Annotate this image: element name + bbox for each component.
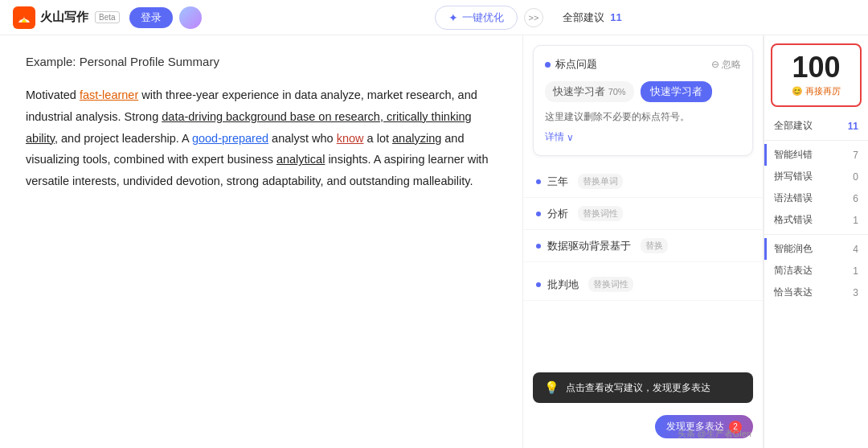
logo-text: 火山写作 xyxy=(40,10,88,25)
suggestion-item-1[interactable]: 分析 替换词性 xyxy=(523,198,763,230)
right-item-all[interactable]: 全部建议 11 xyxy=(764,115,868,137)
word-good-prepared[interactable]: good-prepared xyxy=(192,132,268,145)
word-options: 快速学习者 70% 快速学习者 xyxy=(545,81,741,102)
score-number: 100 xyxy=(779,53,854,82)
simple-dot xyxy=(536,179,541,184)
main-layout: Example: Personal Profile Summary Motiva… xyxy=(0,35,868,448)
word-analytical[interactable]: analytical xyxy=(276,153,325,166)
right-divider xyxy=(764,140,868,141)
suggestions-panel: 标点问题 ⊖ 忽略 快速学习者 70% 快速学习者 这里建议删除不必要的标点符号… xyxy=(522,35,764,448)
tooltip-text: 点击查看改写建议，发现更多表达 xyxy=(566,381,710,395)
doc-title: Example: Personal Profile Summary xyxy=(26,55,497,68)
star-icon: ✦ xyxy=(448,11,458,24)
right-item-format[interactable]: 格式错误 1 xyxy=(764,209,868,231)
doc-body: Motivated fast-learner with three-year e… xyxy=(26,84,497,192)
suggestion-item-0[interactable]: 三年 替换单词 xyxy=(523,166,763,198)
word-know[interactable]: know xyxy=(337,132,364,145)
card-dot xyxy=(545,62,551,68)
right-item-spell[interactable]: 拼写错误 0 xyxy=(764,166,868,187)
login-button[interactable]: 登录 xyxy=(129,7,173,28)
simple-dot xyxy=(536,244,541,249)
optimize-button[interactable]: ✦ 一键优化 xyxy=(435,6,518,30)
card-detail[interactable]: 详情 ∨ xyxy=(545,130,741,144)
tooltip-banner: 💡 点击查看改写建议，发现更多表达 xyxy=(533,372,753,403)
right-panel: 100 😊 再接再厉 全部建议 11 智能纠错 7 拼写错误 0 语法错误 6 … xyxy=(764,35,868,448)
right-item-grammar[interactable]: 语法错误 6 xyxy=(764,187,868,209)
word-analyzing[interactable]: analyzing xyxy=(392,132,441,145)
word-suggested[interactable]: 快速学习者 xyxy=(641,81,712,102)
topbar-center: ✦ 一键优化 >> 全部建议 11 xyxy=(202,6,855,30)
card-header: 标点问题 ⊖ 忽略 xyxy=(545,57,741,72)
score-action: 😊 再接再厉 xyxy=(779,85,854,97)
suggestion-card-punctuation: 标点问题 ⊖ 忽略 快速学习者 70% 快速学习者 这里建议删除不必要的标点符号… xyxy=(533,45,753,156)
beta-badge: Beta xyxy=(95,11,120,23)
card-note: 这里建议删除不必要的标点符号。 xyxy=(545,110,741,124)
word-score: 70% xyxy=(608,87,626,97)
card-ignore[interactable]: ⊖ 忽略 xyxy=(711,58,741,72)
more-button[interactable]: >> xyxy=(524,8,543,27)
editor-area: Example: Personal Profile Summary Motiva… xyxy=(0,35,522,448)
suggestions-label: 全部建议 11 xyxy=(563,10,622,25)
suggestion-item-2[interactable]: 数据驱动背景基于 替换 xyxy=(523,230,763,262)
simple-dot xyxy=(536,212,541,216)
bulb-icon: 💡 xyxy=(544,380,559,395)
card-type: 标点问题 xyxy=(555,57,597,72)
right-item-smart-polish[interactable]: 智能润色 4 xyxy=(764,238,868,260)
right-item-concise[interactable]: 简洁表达 1 xyxy=(764,260,868,282)
score-box: 100 😊 再接再厉 xyxy=(771,43,862,107)
right-item-smart-correct[interactable]: 智能纠错 7 xyxy=(764,144,868,166)
word-fast-learner[interactable]: fast-learner xyxy=(80,88,138,101)
simple-dot xyxy=(536,282,541,287)
logo-icon xyxy=(13,6,35,29)
suggestion-item-3[interactable]: 批判地 替换词性 xyxy=(523,269,763,301)
topbar: 火山写作 Beta 登录 ✦ 一键优化 >> 全部建议 11 xyxy=(0,0,868,35)
word-original: 快速学习者 70% xyxy=(545,81,634,102)
right-item-appropriate[interactable]: 恰当表达 3 xyxy=(764,282,868,303)
right-divider-2 xyxy=(764,234,868,235)
watermark: 头条 @生产者Glen xyxy=(678,428,751,440)
suggestions-count: 11 xyxy=(610,11,621,23)
logo-area: 火山写作 Beta xyxy=(13,6,120,29)
avatar xyxy=(179,6,202,29)
